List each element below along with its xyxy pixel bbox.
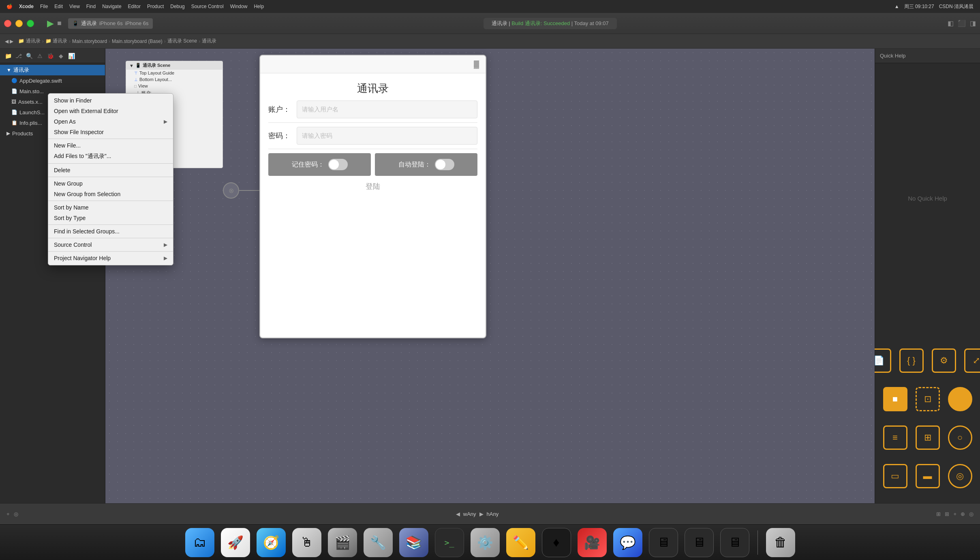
sim-login-button[interactable]: 登陆 [268, 182, 477, 201]
sim-password-input[interactable]: 请输入密码 [297, 127, 477, 145]
square-filled-icon[interactable]: ■ [883, 387, 907, 411]
rect-2-icon[interactable]: ▬ [916, 464, 940, 488]
sim-auto-login-toggle[interactable] [435, 159, 454, 170]
menu-source-control[interactable]: Source Control ▶ [48, 239, 173, 250]
warning-icon[interactable]: ⚠ [36, 52, 44, 60]
menu-help[interactable]: Help [254, 4, 264, 9]
scene-item-view[interactable]: □ View [126, 83, 223, 89]
menu-open-external-editor[interactable]: Open with External Editor [48, 106, 173, 116]
sim-remember-toggle[interactable] [328, 159, 348, 170]
dock-tools[interactable]: 🔧 [364, 528, 393, 557]
stop-button[interactable]: ■ [57, 19, 62, 28]
braces-icon[interactable]: { } [899, 348, 924, 373]
layout-options[interactable]: ◎ [14, 511, 18, 517]
zoom-custom[interactable]: + [953, 511, 956, 517]
menu-delete[interactable]: Delete [48, 165, 173, 175]
menu-add-files[interactable]: Add Files to "通讯录"... [48, 151, 173, 162]
sidebar-item-root[interactable]: ▼ 通讯录 [0, 65, 105, 75]
menu-sort-by-type[interactable]: Sort by Type [48, 213, 173, 223]
sidebar-item-appdelegate[interactable]: 🔵 AppDelegate.swift [0, 75, 105, 86]
grid-icon[interactable]: ⊞ [916, 425, 940, 450]
sim-username-input[interactable]: 请输入用户名 [297, 100, 477, 118]
menu-navigate[interactable]: Navigate [102, 4, 121, 9]
breadcrumb-item-4[interactable]: Main.storyboard (Base) [112, 38, 163, 44]
lines-icon[interactable]: ≡ [883, 425, 907, 450]
dock-film[interactable]: 🎬 [328, 528, 357, 557]
menu-project-navigator-help[interactable]: Project Navigator Help ▶ [48, 253, 173, 263]
chevron-left-icon[interactable]: ‹ [948, 387, 972, 411]
menu-new-file[interactable]: New File... [48, 140, 173, 151]
breadcrumb-item-6[interactable]: 通讯录 [202, 38, 216, 45]
breadcrumb-item-3[interactable]: Main.storyboard [72, 38, 107, 44]
add-button[interactable]: + [6, 511, 10, 517]
menu-find[interactable]: Find [86, 4, 96, 9]
menu-product[interactable]: Product [147, 4, 164, 9]
menu-find-in-selected-groups[interactable]: Find in Selected Groups... [48, 226, 173, 237]
menu-edit[interactable]: Edit [54, 4, 63, 9]
dock-trash[interactable]: 🗑 [766, 528, 795, 557]
target-icon[interactable]: ◎ [948, 464, 972, 488]
dock-launchpad[interactable]: 🚀 [221, 528, 250, 557]
menu-show-in-finder[interactable]: Show in Finder [48, 95, 173, 106]
run-button[interactable]: ▶ [47, 18, 54, 29]
minimize-button[interactable] [15, 20, 23, 27]
dock-library[interactable]: 📚 [399, 528, 428, 557]
size-class-h-any[interactable]: hAny [487, 511, 499, 517]
rect-icon[interactable]: ▭ [883, 464, 907, 488]
circle-icon[interactable]: ○ [948, 425, 972, 450]
dock-sketch[interactable]: ✏️ [506, 528, 535, 557]
navigator-toggle[interactable]: ◧ [948, 19, 954, 27]
breadcrumb-item-2[interactable]: 📁 通讯录 [45, 38, 67, 45]
folder-icon[interactable]: 📁 [4, 52, 12, 60]
breadcrumb-item-1[interactable]: 📁 通讯录 [18, 38, 40, 45]
fullscreen-button[interactable] [27, 20, 34, 27]
menu-show-file-inspector[interactable]: Show File Inspector [48, 127, 173, 137]
source-control-icon[interactable]: ⎇ [15, 52, 23, 60]
dock-safari[interactable]: 🧭 [257, 528, 286, 557]
settings-icon-2[interactable]: ⚙ [932, 348, 956, 373]
close-button[interactable] [4, 20, 11, 27]
dock-alfred[interactable]: ♦ [542, 528, 571, 557]
zoom-in[interactable]: ⊞ [945, 511, 949, 517]
storyboard-canvas[interactable]: ▼ 📱 通讯录 Scene ⊤ Top Layout Guide ⊥ Botto… [105, 49, 875, 503]
test-icon[interactable]: ◆ [57, 52, 65, 60]
menu-new-group-from-selection[interactable]: New Group from Selection [48, 189, 173, 199]
dock-settings[interactable]: ⚙️ [471, 528, 500, 557]
search-icon[interactable]: 🔍 [25, 52, 33, 60]
size-class-arrow-right[interactable]: ▶ [479, 511, 484, 517]
menu-sort-by-name[interactable]: Sort by Name [48, 202, 173, 213]
grid-toggle[interactable]: ◎ [969, 511, 974, 517]
scene-item-top-layout[interactable]: ⊤ Top Layout Guide [126, 70, 223, 76]
size-class-arrow-left[interactable]: ◀ [456, 511, 460, 517]
breadcrumb-item-5[interactable]: 通讯录 Scene [167, 38, 197, 45]
menu-new-group[interactable]: New Group [48, 178, 173, 189]
utility-toggle[interactable]: ◨ [970, 19, 976, 27]
dock-finder[interactable]: 🗂 [185, 528, 214, 557]
menu-window[interactable]: Window [230, 4, 248, 9]
square-dashed-icon[interactable]: ⊡ [916, 387, 940, 411]
zoom-fit[interactable]: ⊞ [936, 511, 941, 517]
dock-screen1[interactable]: 🖥 [649, 528, 678, 557]
menu-debug[interactable]: Debug [170, 4, 184, 9]
arrows-icon[interactable]: ⤢ [964, 348, 980, 373]
dock-video[interactable]: 🎥 [578, 528, 607, 557]
apple-menu[interactable]: 🍎 [6, 4, 13, 9]
menu-open-as[interactable]: Open As ▶ [48, 116, 173, 127]
dock-terminal[interactable]: >_ [435, 528, 464, 557]
debug-toggle[interactable]: ⬛ [958, 19, 966, 27]
dock-screen2[interactable]: 🖥 [685, 528, 714, 557]
menu-file[interactable]: File [40, 4, 48, 9]
dock-messages[interactable]: 💬 [613, 528, 642, 557]
scheme-selector[interactable]: 📱 通讯录 iPhone 6s iPhone 6s [68, 18, 153, 29]
report-icon[interactable]: 📊 [67, 52, 75, 60]
menu-source-control[interactable]: Source Control [191, 4, 224, 9]
app-name[interactable]: Xcode [19, 4, 34, 9]
menu-view[interactable]: View [69, 4, 80, 9]
debug-icon[interactable]: 🐞 [46, 52, 54, 60]
scene-item-bottom-layout[interactable]: ⊥ Bottom Layout... [126, 76, 223, 83]
size-class-w-any[interactable]: wAny [463, 511, 476, 517]
dock-mouse[interactable]: 🖱 [292, 528, 321, 557]
zoom-out[interactable]: ⊕ [961, 511, 965, 517]
menu-editor[interactable]: Editor [128, 4, 141, 9]
dock-screen3[interactable]: 🖥 [720, 528, 749, 557]
